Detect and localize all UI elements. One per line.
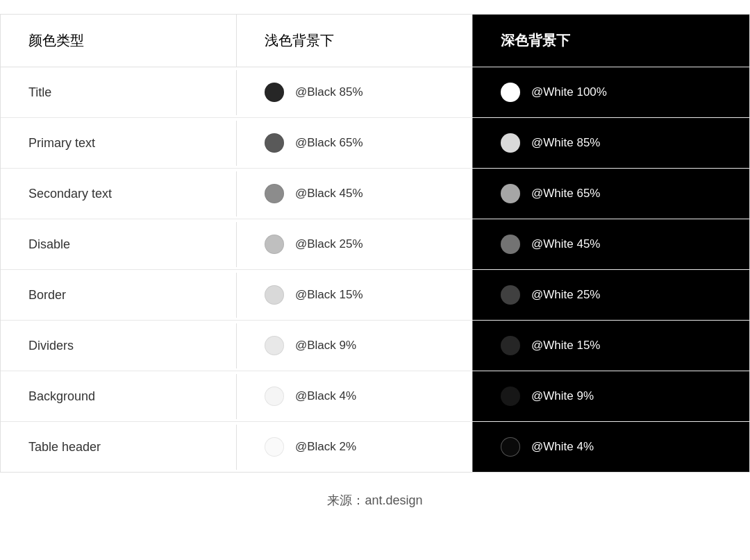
header-dark-label: 深色背景下: [501, 33, 570, 48]
dark-dot-4: [501, 285, 520, 305]
table-body: Title@Black 85%@White 100%Primary text@B…: [1, 67, 749, 472]
cell-light-4: @Black 15%: [237, 270, 473, 320]
cell-light-6: @Black 4%: [237, 371, 473, 421]
cell-dark-3: @White 45%: [473, 219, 749, 269]
cell-type-1: Primary text: [1, 121, 237, 166]
dark-dot-5: [501, 336, 520, 355]
table-row: Table header@Black 2%@White 4%: [1, 422, 749, 472]
light-label-2: @Black 45%: [295, 187, 363, 201]
header-dark: 深色背景下: [473, 15, 749, 67]
dark-label-5: @White 15%: [531, 339, 600, 353]
light-label-6: @Black 4%: [295, 389, 356, 403]
dark-dot-6: [501, 387, 520, 406]
light-label-0: @Black 85%: [295, 85, 363, 99]
dark-dot-3: [501, 235, 520, 254]
cell-light-3: @Black 25%: [237, 219, 473, 269]
cell-light-7: @Black 2%: [237, 422, 473, 472]
dark-dot-1: [501, 133, 520, 153]
light-label-5: @Black 9%: [295, 339, 356, 353]
cell-type-6: Background: [1, 374, 237, 419]
light-dot-5: [265, 336, 284, 355]
cell-light-1: @Black 65%: [237, 118, 473, 168]
table-row: Title@Black 85%@White 100%: [1, 67, 749, 118]
cell-light-2: @Black 45%: [237, 169, 473, 219]
cell-type-3: Disable: [1, 222, 237, 267]
light-dot-4: [265, 285, 284, 305]
light-label-1: @Black 65%: [295, 136, 363, 150]
cell-type-7: Table header: [1, 425, 237, 470]
light-dot-2: [265, 184, 284, 203]
cell-type-2: Secondary text: [1, 171, 237, 217]
table-header: 颜色类型 浅色背景下 深色背景下: [1, 15, 749, 67]
table-row: Background@Black 4%@White 9%: [1, 371, 749, 422]
table-row: Disable@Black 25%@White 45%: [1, 219, 749, 270]
cell-type-0: Title: [1, 70, 237, 115]
dark-dot-7: [501, 437, 520, 457]
dark-label-6: @White 9%: [531, 389, 594, 403]
light-dot-0: [265, 83, 284, 102]
dark-label-3: @White 45%: [531, 237, 600, 251]
cell-dark-4: @White 25%: [473, 270, 749, 320]
color-table: 颜色类型 浅色背景下 深色背景下 Title@Black 85%@White 1…: [0, 14, 750, 473]
header-type: 颜色类型: [1, 15, 237, 67]
source-attribution: 来源：ant.design: [0, 473, 750, 525]
cell-dark-1: @White 85%: [473, 118, 749, 168]
dark-label-2: @White 65%: [531, 187, 600, 201]
light-dot-1: [265, 133, 284, 153]
light-label-4: @Black 15%: [295, 288, 363, 302]
table-row: Border@Black 15%@White 25%: [1, 270, 749, 321]
dark-label-4: @White 25%: [531, 288, 600, 302]
cell-dark-2: @White 65%: [473, 169, 749, 219]
table-row: Secondary text@Black 45%@White 65%: [1, 169, 749, 219]
cell-dark-7: @White 4%: [473, 422, 749, 472]
table-row: Primary text@Black 65%@White 85%: [1, 118, 749, 169]
light-dot-7: [265, 437, 284, 457]
cell-light-5: @Black 9%: [237, 321, 473, 371]
cell-type-4: Border: [1, 273, 237, 318]
dark-label-1: @White 85%: [531, 136, 600, 150]
light-dot-6: [265, 387, 284, 406]
source-text: 来源：ant.design: [327, 492, 422, 509]
light-label-3: @Black 25%: [295, 237, 363, 251]
header-light: 浅色背景下: [237, 15, 473, 67]
dark-dot-0: [501, 83, 520, 102]
dark-label-0: @White 100%: [531, 85, 607, 99]
cell-dark-5: @White 15%: [473, 321, 749, 371]
light-dot-3: [265, 235, 284, 254]
cell-type-5: Dividers: [1, 323, 237, 368]
table-row: Dividers@Black 9%@White 15%: [1, 321, 749, 371]
header-type-label: 颜色类型: [28, 33, 84, 48]
dark-label-7: @White 4%: [531, 440, 594, 454]
cell-light-0: @Black 85%: [237, 67, 473, 117]
header-light-label: 浅色背景下: [265, 33, 334, 48]
dark-dot-2: [501, 184, 520, 203]
cell-dark-6: @White 9%: [473, 371, 749, 421]
light-label-7: @Black 2%: [295, 440, 356, 454]
cell-dark-0: @White 100%: [473, 67, 749, 117]
